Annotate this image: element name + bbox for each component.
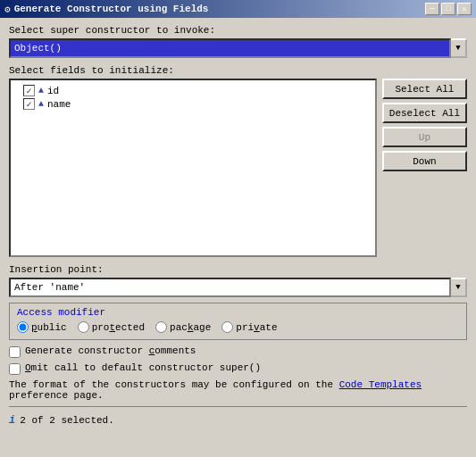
insertion-section: Insertion point: After 'name' ▼ — [9, 264, 467, 297]
list-item: ▲ id — [23, 84, 372, 97]
status-bar: i 2 of 2 selected. — [9, 412, 467, 428]
radio-public[interactable]: public — [17, 321, 67, 333]
super-constructor-dropdown[interactable]: Object() — [9, 38, 451, 58]
radio-package-input[interactable] — [155, 321, 167, 333]
maximize-button[interactable]: □ — [441, 3, 455, 15]
field-id-icon: ▲ — [38, 86, 44, 96]
minimize-button[interactable]: ─ — [425, 3, 439, 15]
field-name-checkbox[interactable] — [23, 98, 35, 110]
omit-default-row: Omit call to default constructor super() — [9, 362, 467, 376]
deselect-all-button[interactable]: Deselect All — [382, 103, 467, 123]
generate-comments-checkbox[interactable] — [9, 346, 21, 358]
radio-protected[interactable]: protected — [78, 321, 145, 333]
radio-public-label: public — [31, 322, 67, 333]
title-controls: ─ □ ✕ — [425, 3, 472, 15]
access-modifier-radio-group: public protected package private — [17, 321, 459, 336]
field-name-name: name — [47, 99, 71, 110]
super-constructor-dropdown-arrow[interactable]: ▼ — [451, 38, 467, 58]
divider — [9, 406, 467, 407]
insertion-point-label: Insertion point: — [9, 264, 467, 275]
radio-package[interactable]: package — [155, 321, 211, 333]
generate-comments-label: Generate constructor comments — [25, 345, 196, 356]
radio-package-label: package — [170, 322, 211, 333]
close-button[interactable]: ✕ — [457, 3, 472, 15]
radio-public-input[interactable] — [17, 321, 29, 333]
window-icon: ⚙ — [4, 4, 11, 15]
omit-default-checkbox[interactable] — [9, 363, 21, 375]
radio-private-input[interactable] — [221, 321, 233, 333]
fields-section: ▲ id ▲ name Select All Deselect All Up D… — [9, 79, 467, 257]
access-modifier-title: Access modifier — [17, 307, 459, 318]
title-bar: ⚙ Generate Constructor using Fields ─ □ … — [0, 0, 476, 18]
info-icon: i — [9, 414, 15, 427]
super-constructor-label: Select super constructor to invoke: — [9, 25, 467, 36]
window-body: Select super constructor to invoke: Obje… — [0, 18, 476, 436]
field-name-icon: ▲ — [38, 99, 44, 109]
info-text-row: The format of the constructors may be co… — [9, 379, 467, 401]
access-modifier-section: Access modifier public protected package… — [9, 303, 467, 340]
field-id-name: id — [47, 86, 59, 96]
down-button[interactable]: Down — [382, 151, 467, 171]
window-title: ⚙ Generate Constructor using Fields — [4, 4, 208, 15]
super-constructor-row: Object() ▼ — [9, 38, 467, 58]
radio-private[interactable]: private — [221, 321, 277, 333]
insertion-point-dropdown-arrow[interactable]: ▼ — [451, 278, 467, 297]
radio-protected-label: protected — [92, 322, 145, 333]
insertion-dropdown-row: After 'name' ▼ — [9, 278, 467, 297]
radio-private-label: private — [236, 322, 277, 333]
omit-default-label: Omit call to default constructor super() — [25, 362, 261, 373]
fields-list[interactable]: ▲ id ▲ name — [9, 79, 377, 257]
generate-comments-row: Generate constructor comments — [9, 345, 467, 359]
fields-buttons-panel: Select All Deselect All Up Down — [382, 79, 467, 257]
code-templates-link[interactable]: Code Templates — [339, 379, 422, 390]
status-text: 2 of 2 selected. — [20, 415, 114, 426]
radio-protected-input[interactable] — [78, 321, 89, 333]
select-all-button[interactable]: Select All — [382, 79, 467, 99]
field-id-checkbox[interactable] — [23, 85, 35, 96]
up-button[interactable]: Up — [382, 127, 467, 147]
insertion-point-dropdown[interactable]: After 'name' — [9, 278, 451, 297]
fields-label: Select fields to initialize: — [9, 65, 467, 76]
list-item: ▲ name — [23, 97, 372, 111]
